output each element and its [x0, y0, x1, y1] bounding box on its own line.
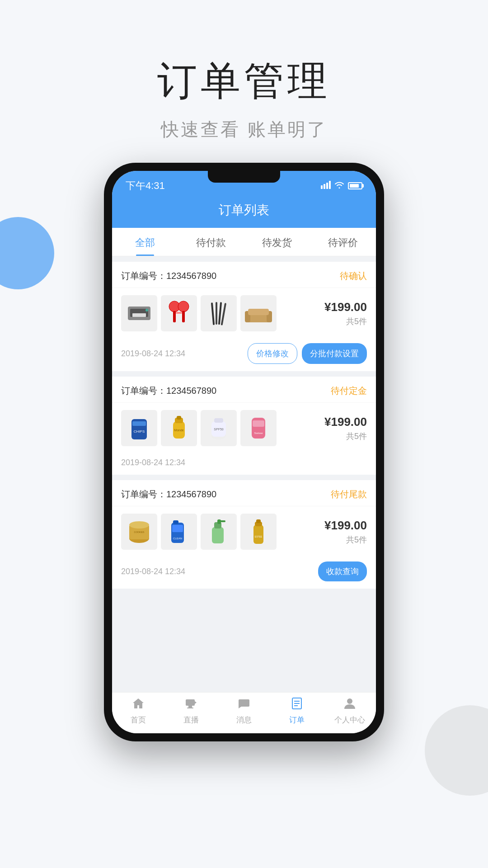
svg-rect-0	[321, 185, 323, 189]
order-products-3: COOKIES CLEAN	[112, 506, 376, 557]
order-actions-1: 价格修改 分批付款设置	[248, 343, 367, 364]
svg-rect-22	[132, 421, 146, 426]
order-count-3: 共5件	[324, 534, 367, 545]
order-date-2: 2019-08-24 12:34	[121, 458, 185, 467]
page-header: 订单管理 快速查看 账单明了	[0, 0, 488, 169]
svg-rect-20	[248, 309, 269, 315]
order-price-1: ¥199.00	[324, 300, 367, 314]
product-images-2: CHIPS Monde	[121, 410, 320, 446]
svg-rect-12	[176, 312, 182, 314]
order-footer-3: 2019-08-24 12:34 收款查询	[112, 557, 376, 589]
battery-icon	[348, 182, 362, 189]
tab-all[interactable]: 全部	[112, 228, 178, 256]
order-footer-2: 2019-08-24 12:34	[112, 453, 376, 475]
phone-screen: 下午4:31	[112, 171, 376, 733]
svg-rect-49	[256, 519, 261, 523]
order-card-1: 订单编号：1234567890 待确认	[112, 262, 376, 371]
svg-rect-26	[177, 416, 181, 420]
nav-home[interactable]: 首页	[112, 697, 165, 725]
product-img-2-3: SPF50	[201, 410, 237, 446]
product-img-3-3	[201, 514, 237, 550]
order-status-1: 待确认	[340, 270, 367, 282]
svg-marker-52	[195, 701, 197, 704]
order-products-2: CHIPS Monde	[112, 403, 376, 453]
order-count-1: 共5件	[324, 316, 367, 327]
order-price-2: ¥199.00	[324, 415, 367, 429]
svg-rect-14	[216, 302, 217, 325]
svg-point-7	[145, 309, 148, 311]
order-header-2: 订单编号：1234567890 待付定金	[112, 377, 376, 403]
nav-live[interactable]: 直播	[165, 697, 218, 725]
svg-rect-2	[326, 183, 328, 189]
order-number-1: 订单编号：1234567890	[121, 270, 216, 282]
app-header: 订单列表	[112, 197, 376, 228]
order-price-info-1: ¥199.00 共5件	[324, 300, 367, 327]
bottom-nav: 首页 直播	[112, 692, 376, 733]
svg-rect-41	[173, 520, 178, 524]
svg-text:SPF50: SPF50	[214, 428, 224, 431]
svg-rect-40	[172, 525, 183, 532]
order-card-2: 订单编号：1234567890 待付定金 CHIPS	[112, 377, 376, 475]
svg-text:Monde: Monde	[174, 429, 184, 432]
svg-rect-15	[218, 302, 222, 325]
product-img-2-1: CHIPS	[121, 410, 157, 446]
product-img-2-2: Monde	[161, 410, 197, 446]
nav-live-label: 直播	[183, 715, 199, 725]
svg-rect-1	[324, 184, 325, 189]
nav-profile-label: 个人中心	[334, 715, 365, 725]
svg-rect-10	[173, 311, 176, 322]
page-title: 订单管理	[0, 54, 488, 108]
signal-icon	[321, 181, 331, 191]
svg-text:ESTEE: ESTEE	[255, 535, 263, 538]
product-img-1-3	[201, 295, 237, 331]
svg-point-59	[347, 698, 352, 704]
svg-rect-3	[329, 181, 331, 189]
bg-circle-left	[0, 217, 54, 289]
payment-query-button[interactable]: 收款查询	[318, 561, 367, 581]
svg-rect-54	[187, 708, 193, 708]
tabs-bar: 全部 待付款 待发货 待评价	[112, 228, 376, 256]
order-card-3: 订单编号：1234567890 待付尾款	[112, 480, 376, 589]
svg-rect-11	[182, 311, 185, 322]
svg-rect-43	[212, 527, 224, 543]
nav-order[interactable]: 订单	[270, 697, 323, 725]
svg-rect-33	[253, 420, 264, 427]
svg-rect-16	[221, 303, 227, 326]
svg-point-37	[129, 521, 149, 528]
phone-frame: 下午4:31	[104, 163, 384, 741]
svg-text:CLEAN: CLEAN	[173, 537, 182, 540]
tab-pending-review[interactable]: 待评价	[310, 228, 376, 256]
nav-message[interactable]: 消息	[218, 697, 271, 725]
wifi-icon	[334, 181, 344, 191]
order-price-info-3: ¥199.00 共5件	[324, 519, 367, 545]
order-icon	[291, 697, 303, 713]
order-actions-3: 收款查询	[318, 561, 367, 581]
nav-profile[interactable]: 个人中心	[323, 697, 376, 725]
product-img-3-1: COOKIES	[121, 514, 157, 550]
svg-rect-13	[211, 302, 215, 325]
nav-home-label: 首页	[131, 715, 146, 725]
svg-text:COOKIES: COOKIES	[134, 531, 145, 533]
svg-rect-30	[214, 418, 223, 423]
order-price-info-2: ¥199.00 共5件	[324, 415, 367, 442]
message-icon	[238, 697, 250, 713]
price-modify-button[interactable]: 价格修改	[248, 343, 297, 364]
order-number-3: 订单编号：1234567890	[121, 488, 216, 500]
order-number-2: 订单编号：1234567890	[121, 385, 216, 397]
tab-pending-pay[interactable]: 待付款	[178, 228, 244, 256]
batch-payment-button[interactable]: 分批付款设置	[302, 343, 367, 364]
order-footer-1: 2019-08-24 12:34 价格修改 分批付款设置	[112, 339, 376, 371]
phone-notch	[208, 171, 280, 183]
svg-rect-6	[132, 313, 146, 317]
bg-circle-right	[425, 705, 488, 796]
tab-pending-ship[interactable]: 待发货	[244, 228, 310, 256]
order-date-3: 2019-08-24 12:34	[121, 567, 185, 576]
product-img-3-4: ESTEE	[240, 514, 277, 550]
order-date-1: 2019-08-24 12:34	[121, 349, 185, 359]
order-status-3: 待付尾款	[331, 488, 367, 500]
svg-rect-46	[220, 520, 225, 522]
product-img-2-4: Swisse	[240, 410, 277, 446]
svg-point-9	[178, 301, 189, 312]
product-img-1-4	[240, 295, 277, 331]
product-img-1-1	[121, 295, 157, 331]
